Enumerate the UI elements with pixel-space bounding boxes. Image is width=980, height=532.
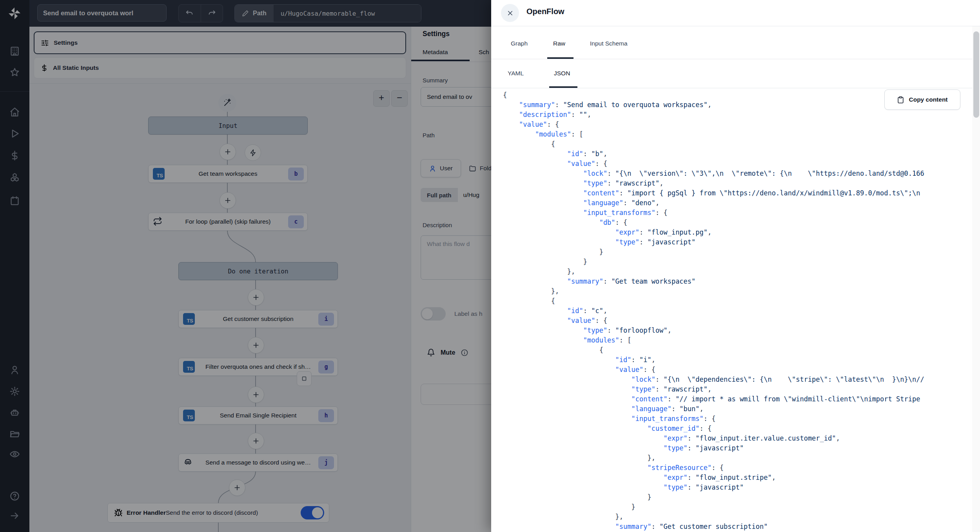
close-icon <box>506 9 514 17</box>
subtab-json[interactable]: JSON <box>554 70 570 77</box>
copy-content-label: Copy content <box>909 96 947 103</box>
divider <box>491 26 980 26</box>
subtab-yaml[interactable]: YAML <box>508 70 524 77</box>
drawer-title: OpenFlow <box>526 7 564 16</box>
tab-graph[interactable]: Graph <box>511 40 528 47</box>
close-button[interactable] <box>501 4 519 22</box>
drawer-backdrop[interactable] <box>0 0 491 532</box>
openflow-drawer: OpenFlow Graph Raw Input Schema YAML JSO… <box>491 0 980 532</box>
json-code: { "summary": "Send email to overquota wo… <box>491 90 973 532</box>
scrollbar-track[interactable] <box>972 26 980 532</box>
clipboard-icon <box>897 96 904 104</box>
copy-content-button[interactable]: Copy content <box>884 89 960 110</box>
tab-input-schema[interactable]: Input Schema <box>590 40 628 47</box>
windmill-flow-editor: Path u/HugoCasa/memorable_flow Settings … <box>0 0 980 532</box>
scrollbar-thumb[interactable] <box>973 31 979 118</box>
tab-raw[interactable]: Raw <box>553 40 565 47</box>
divider <box>491 59 980 59</box>
divider <box>491 88 980 88</box>
